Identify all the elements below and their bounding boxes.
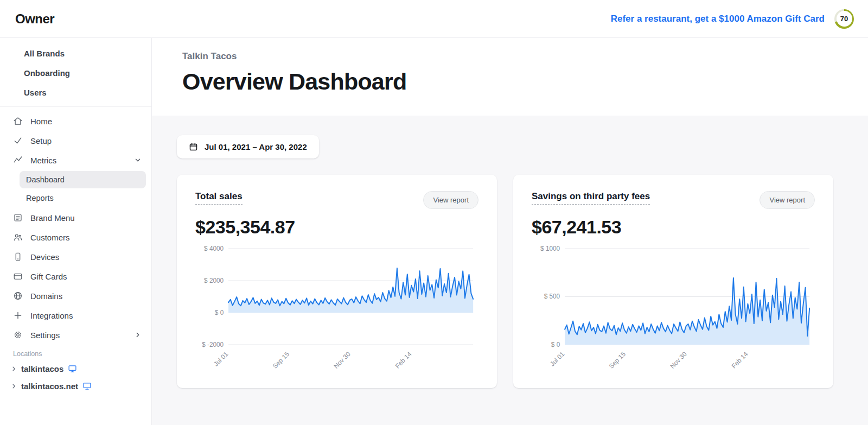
svg-text:Sep 15: Sep 15: [608, 350, 628, 370]
svg-text:Jul 01: Jul 01: [548, 350, 566, 368]
chevron-right-icon: [134, 331, 142, 339]
monitor-icon: [82, 382, 92, 391]
sidebar-item-label: Integrations: [30, 311, 73, 320]
sidebar-subitem-label: Reports: [26, 194, 54, 202]
metrics-icon: [13, 155, 23, 165]
owner-logo: Owner: [15, 11, 54, 27]
brand-menu-icon: [13, 213, 23, 223]
topbar-right: Refer a restaurant, get a $1000 Amazon G…: [611, 9, 854, 29]
sidebar-item-label: Home: [30, 117, 52, 126]
svg-text:Feb 14: Feb 14: [394, 350, 413, 370]
svg-text:Sep 15: Sep 15: [271, 350, 291, 370]
sidebar-item-reports[interactable]: Reports: [20, 189, 146, 207]
sidebar-item-domains[interactable]: Domains: [0, 286, 151, 306]
sidebar-item-devices[interactable]: Devices: [0, 247, 151, 267]
sidebar-item-gift-cards[interactable]: Gift Cards: [0, 267, 151, 286]
plus-icon: [13, 310, 23, 320]
svg-text:Jul 01: Jul 01: [212, 350, 229, 368]
svg-text:$ 1000: $ 1000: [540, 245, 560, 252]
sidebar-item-integrations[interactable]: Integrations: [0, 306, 151, 325]
sidebar-item-label: Customers: [30, 233, 70, 242]
gift-card-icon: [13, 271, 23, 281]
sidebar-item-settings[interactable]: Settings: [0, 325, 151, 345]
chevron-right-icon: [11, 366, 17, 372]
card-title: Savings on third party fees: [532, 191, 650, 205]
sidebar: All Brands Onboarding Users Home Setup M…: [0, 38, 152, 425]
sidebar-item-home[interactable]: Home: [0, 111, 151, 131]
sidebar-item-customers[interactable]: Customers: [0, 227, 151, 247]
view-report-button[interactable]: View report: [423, 191, 478, 209]
total-sales-amount: $235,354.87: [195, 217, 478, 238]
referral-link[interactable]: Refer a restaurant, get a $1000 Amazon G…: [611, 14, 825, 24]
home-icon: [13, 116, 23, 126]
locations-label: Locations: [13, 350, 151, 358]
calendar-icon: [189, 142, 198, 151]
sidebar-item-label: Gift Cards: [30, 272, 67, 281]
third-party-savings-chart: $ 1000$ 500$ 0Jul 01Sep 15Nov 30Feb 14: [532, 243, 815, 376]
svg-text:$ 0: $ 0: [551, 341, 560, 348]
sidebar-divider: [0, 106, 151, 107]
sidebar-item-dashboard[interactable]: Dashboard: [20, 171, 146, 188]
metric-cards: Total sales View report $235,354.87 $ 40…: [177, 175, 833, 388]
svg-text:Nov 30: Nov 30: [668, 350, 688, 370]
svg-text:$ 500: $ 500: [544, 293, 560, 300]
sidebar-item-label: Brand Menu: [30, 213, 75, 223]
sidebar-item-users[interactable]: Users: [0, 83, 151, 102]
sidebar-item-label: Devices: [30, 252, 59, 262]
sidebar-item-setup[interactable]: Setup: [0, 131, 151, 150]
score-badge[interactable]: 70: [834, 9, 854, 29]
location-talkintacos-net[interactable]: talkintacos.net: [0, 377, 151, 395]
view-report-button[interactable]: View report: [760, 191, 815, 209]
score-badge-value: 70: [837, 11, 852, 27]
sidebar-subitem-label: Dashboard: [26, 175, 65, 184]
dashboard-content: Jul 01, 2021 – Apr 30, 2022 Total sales …: [152, 116, 868, 388]
svg-text:$ -2000: $ -2000: [202, 341, 224, 348]
location-talkintacos[interactable]: talkintacos: [0, 360, 151, 377]
svg-text:Feb 14: Feb 14: [730, 350, 750, 370]
device-icon: [13, 252, 23, 262]
sidebar-item-label: Metrics: [30, 156, 126, 165]
globe-icon: [13, 291, 23, 301]
date-range-label: Jul 01, 2021 – Apr 30, 2022: [205, 142, 307, 151]
top-bar: Owner Refer a restaurant, get a $1000 Am…: [0, 0, 868, 38]
svg-text:$ 2000: $ 2000: [204, 277, 224, 284]
monitor-icon: [68, 364, 77, 373]
page-title: Overview Dashboard: [182, 68, 868, 95]
sidebar-item-label: Domains: [30, 291, 62, 301]
chevron-down-icon: [134, 156, 142, 164]
total-sales-chart: $ 4000$ 2000$ 0$ -2000Jul 01Sep 15Nov 30…: [195, 243, 478, 376]
third-party-savings-amount: $67,241.53: [532, 217, 815, 238]
sidebar-item-brand-menu[interactable]: Brand Menu: [0, 208, 151, 227]
total-sales-card: Total sales View report $235,354.87 $ 40…: [177, 175, 497, 388]
date-range-picker[interactable]: Jul 01, 2021 – Apr 30, 2022: [177, 135, 319, 158]
customers-icon: [13, 232, 23, 242]
location-label: talkintacos: [21, 364, 63, 373]
svg-text:$ 4000: $ 4000: [204, 245, 224, 252]
svg-text:Nov 30: Nov 30: [332, 350, 352, 370]
brand-name: Talkin Tacos: [182, 51, 868, 62]
gear-icon: [13, 330, 23, 340]
svg-text:$ 0: $ 0: [215, 309, 224, 316]
sidebar-item-metrics[interactable]: Metrics: [0, 150, 151, 170]
main-content: Talkin Tacos Overview Dashboard Jul 01, …: [152, 38, 868, 425]
sidebar-item-all-brands[interactable]: All Brands: [0, 43, 151, 63]
chevron-right-icon: [11, 383, 17, 389]
check-icon: [13, 136, 23, 145]
third-party-savings-card: Savings on third party fees View report …: [513, 175, 833, 388]
sidebar-item-onboarding[interactable]: Onboarding: [0, 63, 151, 83]
page-header: Talkin Tacos Overview Dashboard: [152, 38, 868, 116]
card-title: Total sales: [195, 191, 242, 205]
sidebar-item-label: Setup: [30, 136, 52, 145]
sidebar-item-label: Settings: [30, 331, 126, 340]
location-label: talkintacos.net: [21, 382, 78, 391]
